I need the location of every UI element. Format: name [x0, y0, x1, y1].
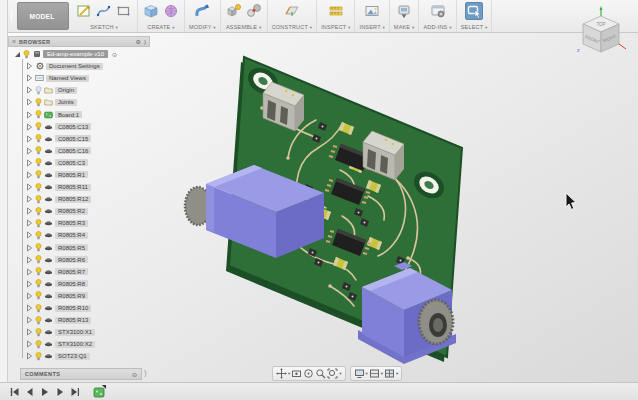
tree-row[interactable]: SOT23:Q1	[8, 350, 150, 362]
new-component-icon[interactable]	[225, 2, 243, 20]
toolbar-menu-construct[interactable]: CONSTRUCT ▾	[272, 24, 312, 31]
visibility-bulb-icon[interactable]	[35, 316, 42, 325]
toolbar-menu-make[interactable]: MAKE ▾	[394, 24, 415, 31]
expand-arrow-icon[interactable]	[26, 268, 33, 276]
expand-arrow-icon[interactable]	[26, 74, 33, 82]
visibility-bulb-icon[interactable]	[35, 255, 42, 264]
expand-arrow-icon[interactable]	[26, 316, 33, 324]
scripts-addins-icon[interactable]	[429, 2, 447, 20]
orbit-icon[interactable]	[303, 368, 314, 379]
browser-header[interactable]: « BROWSER ⚙ )	[8, 36, 150, 47]
expand-arrow-icon[interactable]	[26, 328, 33, 336]
tree-row[interactable]: R0805:R6	[8, 254, 150, 266]
expand-arrow-icon[interactable]	[14, 51, 21, 58]
visibility-bulb-icon[interactable]	[35, 279, 42, 288]
tree-item-label[interactable]: Document Settings	[46, 63, 103, 70]
toolbar-menu-create[interactable]: CREATE ▾	[142, 24, 180, 31]
grid-snaps-icon[interactable]: ▾	[369, 368, 383, 379]
select-icon[interactable]	[465, 2, 483, 20]
visibility-bulb-icon[interactable]	[35, 267, 42, 276]
tree-row[interactable]: Origin	[8, 84, 150, 96]
visibility-bulb-icon[interactable]	[35, 328, 42, 337]
tree-row[interactable]: C0805:C3	[8, 157, 150, 169]
expand-arrow-icon[interactable]	[26, 207, 33, 215]
tree-item-label[interactable]: Joints	[55, 99, 77, 106]
gear-icon[interactable]: ⚙	[136, 38, 141, 45]
expand-arrow-icon[interactable]	[26, 304, 33, 312]
3d-print-icon[interactable]	[395, 2, 413, 20]
visibility-bulb-icon[interactable]	[35, 352, 42, 361]
visibility-bulb-icon[interactable]	[35, 243, 42, 252]
timeline-step-forward-button[interactable]	[55, 386, 64, 397]
comments-badge-icon[interactable]: ⊙	[132, 371, 137, 378]
expand-arrow-icon[interactable]	[26, 135, 33, 143]
visibility-bulb-icon[interactable]	[35, 183, 42, 192]
tree-row[interactable]: R0805:R4	[8, 229, 150, 241]
data-panel-collapsed-strip[interactable]	[0, 0, 8, 382]
tree-row[interactable]: C0805:C15	[8, 133, 150, 145]
expand-arrow-icon[interactable]	[26, 340, 33, 348]
visibility-bulb-icon[interactable]	[35, 219, 42, 228]
tree-row[interactable]: R0805:R7	[8, 266, 150, 278]
toolbar-grip[interactable]	[8, 0, 15, 32]
spline-icon[interactable]	[95, 2, 113, 20]
visibility-bulb-icon[interactable]	[35, 134, 42, 143]
tree-item-label[interactable]: R0805:R8	[55, 280, 88, 287]
tree-item-label[interactable]: C0805:C16	[55, 147, 91, 154]
tree-item-label[interactable]: Board:1	[55, 111, 82, 118]
visibility-bulb-icon[interactable]	[35, 207, 42, 216]
pan-icon[interactable]: ▾	[276, 368, 290, 379]
tree-row[interactable]: R0805:R9	[8, 290, 150, 302]
tree-root-row[interactable]: Ed-amp-example v10 ⊙	[8, 48, 150, 60]
expand-arrow-icon[interactable]	[26, 280, 33, 288]
tree-item-label[interactable]: R0805:R10	[55, 305, 91, 312]
toolbar-menu-insert[interactable]: INSERT ▾	[359, 24, 384, 31]
tree-item-label[interactable]: Origin	[55, 87, 77, 94]
toolbar-menu-assemble[interactable]: ASSEMBLE ▾	[225, 24, 263, 31]
workspace-switcher[interactable]: MODEL	[17, 2, 69, 30]
tree-item-label[interactable]: R0805:R4	[55, 232, 88, 239]
toolbar-menu-add-ins[interactable]: ADD-INS ▾	[423, 24, 451, 31]
expand-arrow-icon[interactable]	[26, 244, 33, 252]
tree-row[interactable]: Joints	[8, 96, 150, 108]
joint-icon[interactable]	[245, 2, 263, 20]
tree-item-label[interactable]: R0805:R1	[55, 171, 88, 178]
viewports-icon[interactable]: ▾	[384, 368, 398, 379]
comments-panel-handle-icon[interactable]: )	[144, 368, 147, 377]
tree-row[interactable]: R0805:R12	[8, 193, 150, 205]
visibility-bulb-icon[interactable]	[35, 304, 42, 313]
visibility-bulb-icon[interactable]	[35, 340, 42, 349]
visibility-bulb-icon[interactable]	[35, 231, 42, 240]
expand-arrow-icon[interactable]	[26, 123, 33, 131]
visibility-bulb-icon[interactable]	[35, 110, 42, 119]
expand-arrow-icon[interactable]	[26, 352, 33, 360]
expand-arrow-icon[interactable]	[26, 171, 33, 179]
tree-row[interactable]: R0805:R8	[8, 278, 150, 290]
tree-row[interactable]: R0805:R2	[8, 205, 150, 217]
tree-item-label[interactable]: SOT23:Q1	[55, 353, 90, 360]
display-settings-icon[interactable]: ▾	[354, 368, 368, 379]
visibility-bulb-icon[interactable]	[35, 86, 42, 95]
collapse-chevrons-icon[interactable]: «	[12, 38, 16, 45]
expand-arrow-icon[interactable]	[26, 195, 33, 203]
tree-item-label[interactable]: R0805:R13	[55, 317, 91, 324]
look-at-icon[interactable]	[291, 368, 302, 379]
tree-row[interactable]: R0805:R11	[8, 181, 150, 193]
measure-icon[interactable]	[327, 2, 345, 20]
timeline-step-back-button[interactable]	[25, 386, 34, 397]
tree-item-label[interactable]: Ed-amp-example v10	[43, 50, 108, 58]
view-cube[interactable]: z TOP FRONT RIGHT	[568, 6, 634, 68]
timeline-board-feature-icon[interactable]	[93, 385, 107, 399]
form-icon[interactable]	[162, 2, 180, 20]
expand-arrow-icon[interactable]	[26, 98, 33, 106]
construction-plane-icon[interactable]	[283, 2, 301, 20]
panel-handle-icon[interactable]: )	[144, 39, 146, 45]
expand-arrow-icon[interactable]	[26, 231, 33, 239]
tree-row[interactable]: STX3100:X1	[8, 326, 150, 338]
tree-item-label[interactable]: R0805:R6	[55, 256, 88, 263]
tree-item-label[interactable]: R0805:R9	[55, 292, 88, 299]
tree-item-label[interactable]: R0805:R3	[55, 220, 88, 227]
toolbar-menu-inspect[interactable]: INSPECT ▾	[321, 24, 350, 31]
visibility-bulb-icon[interactable]	[23, 50, 30, 59]
zoom-icon[interactable]	[315, 368, 326, 379]
